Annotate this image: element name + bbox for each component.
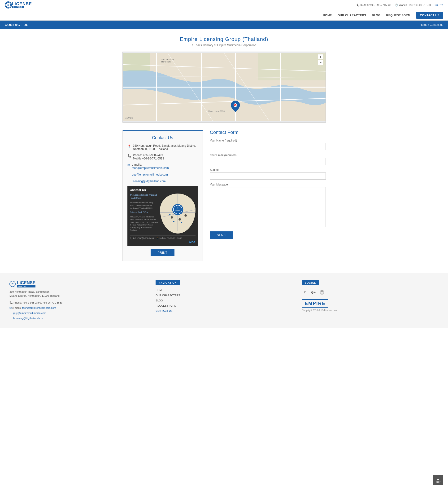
svg-text:LICENSE: LICENSE <box>175 210 180 211</box>
main-nav: HOME OUR CHARACTERS BLOG REQUEST FORM CO… <box>0 10 448 21</box>
svg-text:★: ★ <box>234 104 236 106</box>
svg-rect-39 <box>320 290 324 294</box>
email-input[interactable] <box>210 158 326 165</box>
map-container: GPS VEHICLE TRACKER River House 1953 ★ G… <box>122 52 326 122</box>
nav-home[interactable]: HOME <box>323 14 332 17</box>
subject-label: Subject <box>210 168 326 172</box>
svg-text:ID: ID <box>7 4 9 6</box>
top-bar: ID LiCENSE EMPIRE 02-9682499, 096-771553… <box>0 0 448 10</box>
send-button[interactable]: SEND <box>210 231 233 239</box>
print-button[interactable]: PRINT <box>151 249 175 256</box>
phone-number: 02-9682499, 096-7715533 <box>356 4 391 7</box>
email1[interactable]: toon@empiremultimedia.com <box>132 166 169 170</box>
contact-info-panel: Contact Us 📍 360 Nonthaburi Road, Bangkr… <box>122 130 203 261</box>
svg-text:ID: ID <box>177 207 178 209</box>
svg-point-34 <box>178 218 181 220</box>
nav-contact-us[interactable]: CONTACT US <box>416 12 443 19</box>
facebook-icon[interactable]: 𝐟 <box>302 289 308 296</box>
footer-contact-info: 📞 Phone: +66-2-968-2499, +66-96-771-5533… <box>9 300 146 321</box>
svg-point-33 <box>171 216 173 219</box>
svg-text:GPS VEHICLE: GPS VEHICLE <box>161 58 175 61</box>
svg-point-36 <box>169 214 170 215</box>
footer-empire-logo: EMPIRE <box>302 299 329 307</box>
svg-point-38 <box>181 222 182 223</box>
map-zoom-in[interactable]: + <box>318 54 323 59</box>
address-text: 360 Nonthaburi Road, Bangkrasor, Muang D… <box>133 144 198 151</box>
card-phone: 📞 Tel: +66(0)2-968-2499 <box>130 237 154 239</box>
footer-nav-contact[interactable]: CONTACT US <box>156 308 292 314</box>
footer-email2-line: guy@empiremultimedia.com <box>9 310 146 316</box>
mobile-number: +66-96-771-5533 <box>142 157 164 160</box>
company-subtitle: a Thai subsidiary of Empire Multimedia C… <box>122 44 326 47</box>
footer-email1[interactable]: toon@empiremultimedia.com <box>22 306 56 309</box>
social-icons: 𝐟 G+ <box>302 289 439 296</box>
logo-icon: ID <box>5 1 12 9</box>
footer-logo-text-area: LiCENSE EMPIRE <box>17 280 35 288</box>
svg-point-41 <box>323 291 323 291</box>
footer-email3-line: licensing@idgthailand.com <box>9 316 146 321</box>
nav-our-characters[interactable]: OUR CHARACTERS <box>338 14 366 17</box>
footer-col-brand: ID LiCENSE EMPIRE 360 Nonthaburi Road, B… <box>9 280 146 321</box>
email-group: Your Email (required) <box>210 154 326 165</box>
idg-logo: ⊕IDG <box>130 241 195 244</box>
phone-icon: 📞 <box>127 154 131 158</box>
footer-social-title: SOCIAL <box>302 280 319 285</box>
svg-point-40 <box>321 291 323 293</box>
card-mobile: 📱 Mobile: 66-96-771-5533 <box>156 237 182 239</box>
email2[interactable]: guy@empiremultimedia.com <box>132 173 169 176</box>
email-item: ✉ e-mails: toon@empiremultimedia.com guy… <box>127 163 198 183</box>
phone-text: Phone: <box>133 154 143 157</box>
footer-logo: ID LiCENSE EMPIRE <box>9 280 146 288</box>
footer-email2[interactable]: guy@empiremultimedia.com <box>13 312 46 315</box>
footer-email-line: ✉ e-mails: toon@empiremultimedia.com <box>9 305 146 310</box>
subject-input[interactable] <box>210 173 326 180</box>
breadcrumb-home[interactable]: Home <box>420 23 427 26</box>
instagram-icon[interactable] <box>319 289 325 296</box>
footer-logo-empire: EMPIRE <box>17 285 35 288</box>
footer-email3[interactable]: licensing@idgthailand.com <box>13 317 44 320</box>
message-textarea[interactable] <box>210 187 326 227</box>
svg-point-35 <box>184 214 187 217</box>
address-item: 📍 360 Nonthaburi Road, Bangkrasor, Muang… <box>127 144 198 151</box>
phone-item: 📞 Phone: +66-2-968-2499 Mobile +66-96-77… <box>127 154 198 160</box>
map-controls[interactable]: + − <box>318 54 323 65</box>
logo-area: ID LiCENSE EMPIRE <box>5 1 32 9</box>
contact-form-panel: Contact Form Your Name (required) Your E… <box>210 130 326 239</box>
footer-col-social: SOCIAL 𝐟 G+ EMPIRE Copyright 2016 © iPsL… <box>302 280 439 321</box>
footer-nav-home[interactable]: HOME <box>156 288 292 293</box>
footer-address-line2: Muang District, Nonthaburi, 11000 Thaila… <box>9 294 59 297</box>
footer-nav-request[interactable]: REQUEST FORM <box>156 303 292 308</box>
logo-empire-text: EMPIRE <box>12 6 24 8</box>
nav-request-form[interactable]: REQUEST FORM <box>386 14 411 17</box>
card-title: Contact Us <box>130 188 195 192</box>
email3[interactable]: licensing@idgthailand.com <box>132 180 169 183</box>
language-selector[interactable]: En / Th <box>435 4 443 6</box>
lang-en[interactable]: En <box>435 4 438 6</box>
footer-address: 360 Nonthaburi Road, Bangkrasor, Muang D… <box>9 290 146 298</box>
breadcrumb-sep: / <box>428 23 430 26</box>
footer-logo-icon: ID <box>9 281 16 287</box>
page-title: CONTACT US <box>5 23 29 27</box>
footer-nav-characters[interactable]: OUR CHARACTERS <box>156 293 292 298</box>
google-plus-icon[interactable]: G+ <box>310 289 317 296</box>
map-zoom-out[interactable]: − <box>318 60 323 65</box>
card-text-info: IP 4License Empire Thailand Head Office … <box>130 193 158 234</box>
company-title: Empire Licensing Group (Thailand) <box>122 36 326 42</box>
breadcrumb: Home / Contact us <box>420 23 443 26</box>
footer-copyright: Copyright 2016 © iPsLicense.com <box>302 309 439 312</box>
name-input[interactable] <box>210 143 326 150</box>
footer-logo-main: LiCENSE <box>17 280 35 285</box>
card-map: ID LICENSE <box>160 193 195 234</box>
top-bar-info: 02-9682499, 096-7715533 Workin Hour : 09… <box>356 4 443 7</box>
svg-text:River House 1953: River House 1953 <box>208 110 225 112</box>
subject-group: Subject <box>210 168 326 180</box>
message-group: Your Message <box>210 183 326 228</box>
lang-th[interactable]: Th <box>440 4 443 6</box>
svg-rect-3 <box>123 53 150 71</box>
nav-blog[interactable]: BLOG <box>372 14 381 17</box>
svg-text:TRACKER: TRACKER <box>161 61 171 63</box>
footer-phone-text: Phone: +66-2-968-2499, +66-96-771-5533 <box>13 301 62 304</box>
footer-address-line1: 360 Nonthaburi Road, Bangkrasor, <box>9 290 49 293</box>
footer-nav-blog[interactable]: BLOG <box>156 298 292 303</box>
name-label: Your Name (required) <box>210 139 326 142</box>
